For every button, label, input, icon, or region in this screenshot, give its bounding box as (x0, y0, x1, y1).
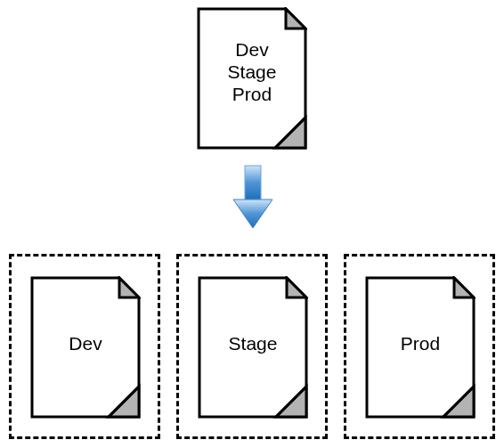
doc-source-line-2: Stage (228, 61, 277, 83)
env-box-stage: Stage (176, 254, 328, 439)
diagram-root: Dev Stage Prod (0, 0, 504, 448)
arrow-down-icon (232, 164, 274, 230)
doc-source-line-3: Prod (232, 83, 272, 105)
env-box-prod: Prod (344, 254, 495, 439)
doc-source: Dev Stage Prod (197, 7, 307, 150)
doc-source-labels: Dev Stage Prod (197, 25, 307, 118)
doc-dev: Dev (30, 276, 141, 419)
doc-prod: Prod (365, 276, 476, 419)
doc-stage: Stage (198, 276, 308, 419)
doc-source-line-1: Dev (235, 38, 268, 61)
svg-rect-0 (245, 166, 261, 200)
doc-stage-label: Stage (198, 276, 308, 419)
doc-dev-label: Dev (30, 276, 141, 419)
doc-prod-label: Prod (365, 276, 476, 419)
env-box-dev: Dev (9, 254, 160, 439)
